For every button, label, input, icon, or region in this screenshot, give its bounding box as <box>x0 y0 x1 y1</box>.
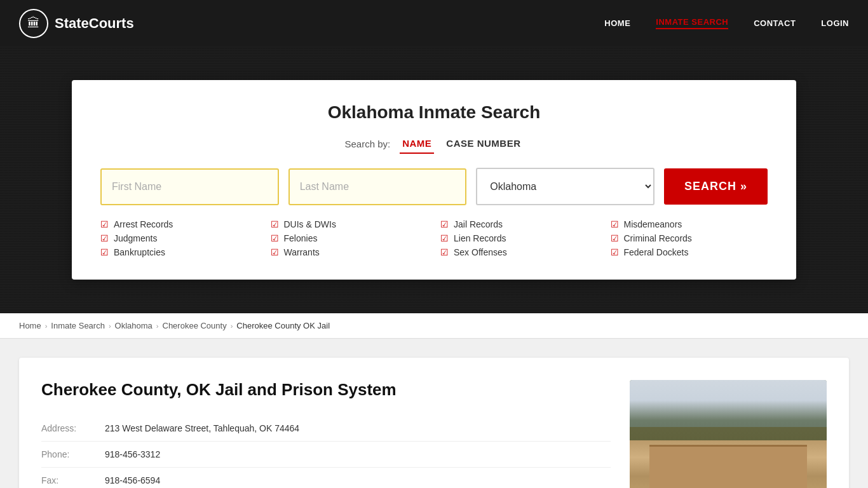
fax-label: Fax: <box>41 475 105 485</box>
jail-title: Cherokee County, OK Jail and Prison Syst… <box>41 380 611 400</box>
check-icon-3: ☑ <box>440 219 449 229</box>
last-name-input[interactable] <box>288 168 467 205</box>
content-inner: Cherokee County, OK Jail and Prison Syst… <box>41 380 827 488</box>
feature-label-4: Misdemeanors <box>624 219 682 229</box>
breadcrumb-current: Cherokee County OK Jail <box>236 321 330 330</box>
feature-label-12: Federal Dockets <box>624 247 689 257</box>
breadcrumb-sep-4: › <box>231 322 233 330</box>
content-right <box>630 380 827 488</box>
feature-warrants: ☑ Warrants <box>271 247 428 257</box>
breadcrumb-sep-3: › <box>156 322 159 330</box>
feature-label-11: Sex Offenses <box>454 247 507 257</box>
feature-sex-offenses: ☑ Sex Offenses <box>440 247 598 257</box>
breadcrumb-sep-1: › <box>45 322 48 330</box>
header: 🏛 StateCourts HOME INMATE SEARCH CONTACT… <box>0 0 868 46</box>
address-label: Address: <box>41 423 105 433</box>
feature-label-10: Warrants <box>284 247 320 257</box>
nav-contact[interactable]: CONTACT <box>754 18 796 28</box>
jail-image <box>630 380 827 488</box>
feature-jail-records: ☑ Jail Records <box>440 219 598 229</box>
feature-bankruptcies: ☑ Bankruptcies <box>100 247 258 257</box>
nav-inmate-search[interactable]: INMATE SEARCH <box>656 17 728 29</box>
breadcrumb-home[interactable]: Home <box>19 321 41 330</box>
phone-label: Phone: <box>41 449 105 459</box>
check-icon-4: ☑ <box>611 219 619 229</box>
check-icon-7: ☑ <box>440 233 449 243</box>
feature-label-6: Felonies <box>284 233 318 243</box>
info-row-fax: Fax: 918-456-6594 <box>41 468 611 488</box>
breadcrumb: Home › Inmate Search › Oklahoma › Cherok… <box>0 313 868 339</box>
content-left: Cherokee County, OK Jail and Prison Syst… <box>41 380 611 488</box>
feature-label-7: Lien Records <box>454 233 506 243</box>
logo-icon: 🏛 <box>19 9 48 38</box>
nav-login[interactable]: LOGIN <box>821 18 849 28</box>
check-icon-11: ☑ <box>440 247 449 257</box>
check-icon-9: ☑ <box>100 247 109 257</box>
search-button[interactable]: SEARCH » <box>664 168 768 205</box>
feature-label-2: DUIs & DWIs <box>284 219 336 229</box>
address-value: 213 West Delaware Street, Tahlequah, OK … <box>105 423 299 433</box>
feature-lien-records: ☑ Lien Records <box>440 233 598 243</box>
feature-arrest-records: ☑ Arrest Records <box>100 219 258 229</box>
content-area: Cherokee County, OK Jail and Prison Syst… <box>0 339 868 488</box>
logo[interactable]: 🏛 StateCourts <box>19 9 134 38</box>
feature-misdemeanors: ☑ Misdemeanors <box>611 219 768 229</box>
feature-judgments: ☑ Judgments <box>100 233 258 243</box>
feature-criminal-records: ☑ Criminal Records <box>611 233 768 243</box>
logo-text: StateCourts <box>55 15 134 32</box>
tree-overlay <box>630 400 827 440</box>
breadcrumb-sep-2: › <box>109 322 111 330</box>
feature-duis: ☑ DUIs & DWIs <box>271 219 428 229</box>
feature-federal-dockets: ☑ Federal Dockets <box>611 247 768 257</box>
nav-home[interactable]: HOME <box>604 18 630 28</box>
search-title: Oklahoma Inmate Search <box>100 102 768 123</box>
nav: HOME INMATE SEARCH CONTACT LOGIN <box>604 17 849 29</box>
info-row-address: Address: 213 West Delaware Street, Tahle… <box>41 416 611 442</box>
feature-label-3: Jail Records <box>454 219 503 229</box>
search-by-label: Search by: <box>344 139 390 149</box>
fax-value: 918-456-6594 <box>105 475 160 485</box>
tab-case-number[interactable]: CASE NUMBER <box>444 134 523 154</box>
search-inputs: Oklahoma SEARCH » <box>100 168 768 205</box>
check-icon-1: ☑ <box>100 219 109 229</box>
check-icon-12: ☑ <box>611 247 619 257</box>
check-icon-8: ☑ <box>611 233 619 243</box>
breadcrumb-cherokee-county[interactable]: Cherokee County <box>163 321 227 330</box>
feature-felonies: ☑ Felonies <box>271 233 428 243</box>
breadcrumb-oklahoma[interactable]: Oklahoma <box>115 321 153 330</box>
breadcrumb-inmate-search[interactable]: Inmate Search <box>51 321 105 330</box>
hero-section: COURTHOUSE Oklahoma Inmate Search Search… <box>0 46 868 313</box>
check-icon-5: ☑ <box>100 233 109 243</box>
first-name-input[interactable] <box>100 168 279 205</box>
search-card: Oklahoma Inmate Search Search by: NAME C… <box>72 80 796 280</box>
info-row-phone: Phone: 918-456-3312 <box>41 442 611 468</box>
content-card: Cherokee County, OK Jail and Prison Syst… <box>19 358 849 488</box>
feature-label-5: Judgments <box>114 233 157 243</box>
search-by-row: Search by: NAME CASE NUMBER <box>100 134 768 154</box>
feature-label-9: Bankruptcies <box>114 247 165 257</box>
check-icon-2: ☑ <box>271 219 279 229</box>
check-icon-6: ☑ <box>271 233 279 243</box>
phone-value: 918-456-3312 <box>105 449 160 459</box>
features-grid: ☑ Arrest Records ☑ DUIs & DWIs ☑ Jail Re… <box>100 219 768 257</box>
tab-name[interactable]: NAME <box>400 134 434 154</box>
feature-label-1: Arrest Records <box>114 219 173 229</box>
state-select[interactable]: Oklahoma <box>476 168 654 205</box>
feature-label-8: Criminal Records <box>624 233 692 243</box>
check-icon-10: ☑ <box>271 247 279 257</box>
